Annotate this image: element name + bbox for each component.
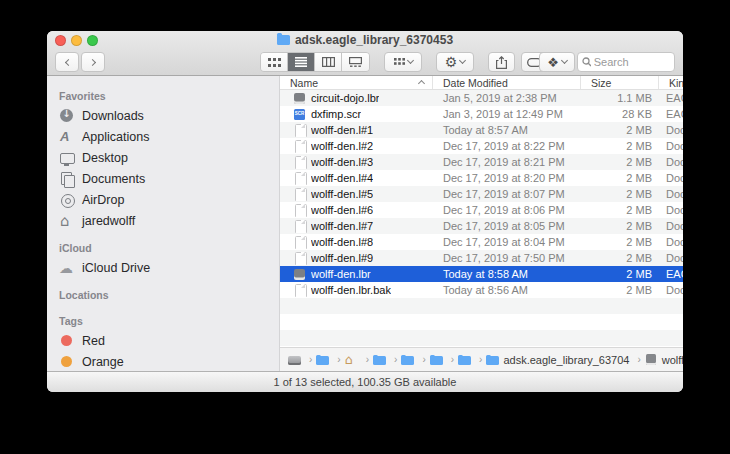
titlebar[interactable]: adsk.eagle_library_6370453 [47,31,683,49]
breadcrumb-separator-icon: › [394,354,397,365]
column-header-name-label: Name [290,77,318,89]
folder-icon [486,354,499,366]
file-kind: Doc [658,172,683,184]
sidebar-item[interactable]: Downloads [47,105,279,126]
lbr-icon [294,268,306,281]
sidebar-item-label: Applications [82,130,149,144]
file-name-cell: wolff-den.l#4 [280,172,432,185]
file-row[interactable]: dxfimp.scr Jan 3, 2019 at 12:49 PM 28 KB… [280,106,683,122]
file-row[interactable]: wolff-den.l#7 Dec 17, 2019 at 8:05 PM 2 … [280,218,683,234]
file-size: 2 MB [580,172,658,184]
sidebar-item[interactable]: AirDrop [47,189,279,210]
file-row[interactable]: wolff-den.l#1 Today at 8:57 AM 2 MB Doc [280,122,683,138]
forward-button[interactable] [81,52,105,72]
action-button[interactable]: ⚙ [436,52,474,72]
chevron-down-icon [459,57,466,64]
breadcrumb-item[interactable]: wolff-den.lbr › [645,354,683,366]
breadcrumb-item[interactable]: › [345,354,373,366]
breadcrumb-item[interactable]: adsk.eagle_library_63704 › [486,354,644,366]
breadcrumb-separator-icon: › [309,354,312,365]
blank-icon [294,140,306,153]
file-row[interactable]: wolff-den.lbr Today at 8:58 AM 2 MB EAG [280,266,683,282]
home-icon [345,354,358,366]
sidebar-item[interactable]: Documents [47,168,279,189]
list-header: Name Date Modified Size Kind [280,76,683,90]
sidebar-item[interactable]: Applications [47,126,279,147]
list-view-button[interactable] [288,53,315,71]
file-name: wolff-den.l#8 [311,236,373,248]
column-header-name[interactable]: Name [280,76,432,89]
file-name-cell: wolff-den.lbr [280,268,432,281]
file-size: 28 KB [580,108,658,120]
disk-icon [288,354,301,366]
blank-icon [294,204,306,217]
file-kind: Doc [658,252,683,264]
file-date-modified: Dec 17, 2019 at 8:07 PM [432,188,580,200]
back-button[interactable] [55,52,79,72]
sidebar-item[interactable]: Desktop [47,147,279,168]
column-view-icon [322,57,335,67]
file-name-cell: wolff-den.l#2 [280,140,432,153]
file-row[interactable]: wolff-den.l#4 Dec 17, 2019 at 8:20 PM 2 … [280,170,683,186]
file-kind: EAG [658,108,683,120]
icon-view-button[interactable] [261,53,288,71]
file-row[interactable]: wolff-den.l#6 Dec 17, 2019 at 8:06 PM 2 … [280,202,683,218]
file-row[interactable]: wolff-den.lbr.bak Today at 8:56 AM 2 MB … [280,282,683,298]
breadcrumb-item[interactable]: › [288,354,316,366]
dropbox-button[interactable]: ❖ [539,52,575,72]
sidebar-item[interactable]: iCloud Drive [47,257,279,278]
sidebar-section-title: iCloud [47,238,279,257]
breadcrumb-item[interactable]: › [373,354,401,366]
file-kind: Doc [658,204,683,216]
column-header-kind[interactable]: Kind [658,76,683,89]
file-row[interactable]: wolff-den.l#5 Dec 17, 2019 at 8:07 PM 2 … [280,186,683,202]
arrange-button[interactable] [384,52,422,72]
blank-icon [294,156,306,169]
breadcrumb-item[interactable]: › [430,354,458,366]
view-switcher [260,52,370,72]
file-date-modified: Dec 17, 2019 at 8:06 PM [432,204,580,216]
file-size: 2 MB [580,252,658,264]
breadcrumb-item[interactable]: › [316,354,344,366]
breadcrumb-item[interactable]: › [401,354,429,366]
file-kind: Doc [658,156,683,168]
sidebar-item[interactable]: Red [47,330,279,351]
file-name-cell: wolff-den.l#5 [280,188,432,201]
column-header-kind-label: Kind [669,77,683,89]
file-row[interactable]: circuit-dojo.lbr Jan 5, 2019 at 2:38 PM … [280,90,683,106]
breadcrumb-item[interactable]: › [458,354,486,366]
file-name-cell: wolff-den.l#9 [280,252,432,265]
file-name: wolff-den.l#2 [311,140,373,152]
column-header-date-modified[interactable]: Date Modified [432,76,580,89]
coverflow-view-button[interactable] [342,53,369,71]
column-view-button[interactable] [315,53,342,71]
chevron-down-icon [561,57,568,64]
file-row[interactable]: wolff-den.l#2 Dec 17, 2019 at 8:22 PM 2 … [280,138,683,154]
sidebar-item[interactable]: Orange [47,351,279,371]
file-name-cell: circuit-dojo.lbr [280,92,432,105]
file-name: wolff-den.lbr [311,268,371,280]
breadcrumb-separator-icon: › [479,354,482,365]
search-input[interactable] [594,56,670,68]
file-row[interactable]: wolff-den.l#3 Dec 17, 2019 at 8:21 PM 2 … [280,154,683,170]
folder-icon [401,354,414,366]
status-bar: 1 of 13 selected, 100.35 GB available [47,371,683,392]
file-row[interactable]: wolff-den.l#8 Dec 17, 2019 at 8:04 PM 2 … [280,234,683,250]
breadcrumb-separator-icon: › [337,354,340,365]
file-name-cell: wolff-den.l#3 [280,156,432,169]
sidebar-item[interactable]: jaredwolff [47,210,279,231]
file-size: 2 MB [580,284,658,296]
column-header-size[interactable]: Size [580,76,658,89]
file-row[interactable]: wolff-den.l#9 Dec 17, 2019 at 7:50 PM 2 … [280,250,683,266]
cloud-icon [59,260,75,276]
column-header-size-label: Size [591,77,611,89]
file-name: wolff-den.l#7 [311,220,373,232]
file-date-modified: Today at 8:57 AM [432,124,580,136]
sidebar-item-label: jaredwolff [82,214,135,228]
window-title-text: adsk.eagle_library_6370453 [295,33,453,47]
path-bar: › › › › › › › adsk.eagle_library_63704 ›… [280,347,683,371]
share-button[interactable] [488,52,515,72]
arrange-icon [394,58,405,67]
search-field[interactable] [577,52,675,72]
file-name: wolff-den.l#9 [311,252,373,264]
